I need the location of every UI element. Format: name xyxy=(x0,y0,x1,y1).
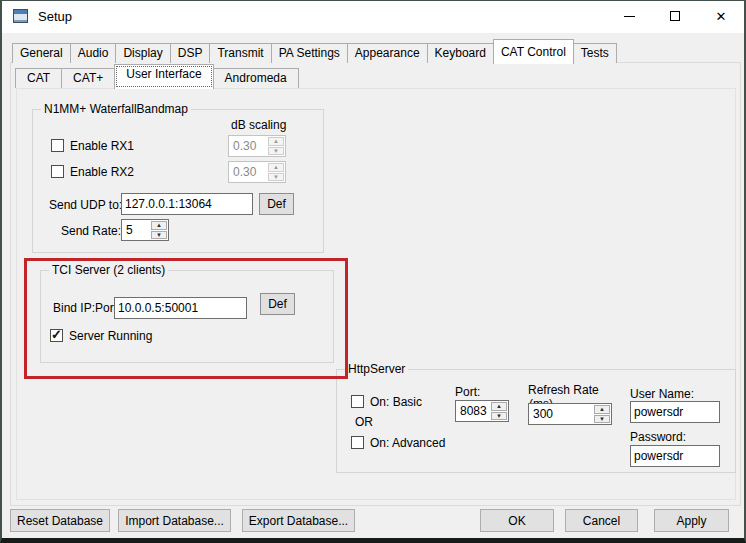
checkmark-icon: ✓ xyxy=(51,327,62,342)
window-title: Setup xyxy=(38,9,72,24)
tab-general[interactable]: General xyxy=(12,43,71,63)
http-group-title: HttpServer xyxy=(345,362,408,376)
spinner-down-icon[interactable]: ▼ xyxy=(594,415,610,424)
tab-tests[interactable]: Tests xyxy=(573,43,617,63)
close-button[interactable]: ✕ xyxy=(698,1,744,33)
spinner-down-icon: ▼ xyxy=(268,147,284,156)
on-advanced-label: On: Advanced xyxy=(370,436,445,450)
db-scaling-label: dB scaling xyxy=(231,118,286,132)
tab-andromeda[interactable]: Andromeda xyxy=(213,68,299,88)
tab-dsp[interactable]: DSP xyxy=(170,43,211,63)
spinner-up-icon[interactable]: ▲ xyxy=(594,405,610,414)
maximize-icon xyxy=(670,11,680,21)
setup-dialog: Setup ✕ General Audio Display DSP Transm… xyxy=(0,0,746,543)
close-icon: ✕ xyxy=(698,1,744,33)
minimize-icon xyxy=(624,16,635,17)
tab-display[interactable]: Display xyxy=(115,43,170,63)
tab-user-interface[interactable]: User Interface xyxy=(114,64,213,89)
bind-ip-port-label: Bind IP:Port xyxy=(53,301,117,315)
spinner-up-icon: ▲ xyxy=(268,163,284,172)
tab-cat[interactable]: CAT xyxy=(15,68,62,88)
minimize-button[interactable] xyxy=(606,1,652,33)
spinner-down-icon: ▼ xyxy=(268,173,284,182)
refresh-rate-spinner[interactable]: 300 ▲ ▼ xyxy=(528,403,612,425)
password-input[interactable] xyxy=(630,445,720,467)
send-udp-input[interactable] xyxy=(121,193,253,215)
on-basic-checkbox[interactable] xyxy=(351,395,364,408)
refresh-rate-label: Refresh Rate xyxy=(528,383,599,397)
tab-cat-plus[interactable]: CAT+ xyxy=(61,68,115,88)
tci-group-title: TCI Server (2 clients) xyxy=(49,263,168,277)
rx2-db-scale-spinner: 0.30 ▲ ▼ xyxy=(228,161,286,183)
app-icon xyxy=(13,9,28,23)
password-label: Password: xyxy=(630,430,686,444)
tab-cat-control[interactable]: CAT Control xyxy=(493,39,574,64)
server-running-label: Server Running xyxy=(69,329,152,343)
tab-appearance[interactable]: Appearance xyxy=(347,43,428,63)
spinner-down-icon[interactable]: ▼ xyxy=(151,231,167,240)
send-rate-spinner[interactable]: 5 ▲ ▼ xyxy=(121,219,169,241)
http-server-groupbox: HttpServer On: Basic OR On: Advanced Por… xyxy=(336,369,736,473)
port-spinner[interactable]: 8083 ▲ ▼ xyxy=(455,400,509,422)
on-basic-label: On: Basic xyxy=(370,395,422,409)
rx1-db-scale-spinner: 0.30 ▲ ▼ xyxy=(228,135,286,157)
enable-rx2-checkbox[interactable] xyxy=(51,165,64,178)
tci-def-button[interactable]: Def xyxy=(260,293,295,315)
send-rate-label: Send Rate: xyxy=(61,224,121,238)
apply-button[interactable]: Apply xyxy=(654,509,729,532)
or-label: OR xyxy=(355,415,373,429)
on-advanced-checkbox[interactable] xyxy=(351,436,364,449)
n1mm-groupbox: N1MM+ WaterfallBandmap dB scaling Enable… xyxy=(32,109,324,253)
spinner-up-icon[interactable]: ▲ xyxy=(491,402,507,411)
title-bar: Setup ✕ xyxy=(2,1,744,33)
enable-rx2-label: Enable RX2 xyxy=(70,165,134,179)
udp-def-button[interactable]: Def xyxy=(259,193,294,215)
user-name-label: User Name: xyxy=(630,387,694,401)
cancel-button[interactable]: Cancel xyxy=(565,509,638,532)
main-tab-strip: General Audio Display DSP Transmit PA Se… xyxy=(12,39,616,63)
bind-ip-port-input[interactable] xyxy=(114,297,247,319)
tci-groupbox: TCI Server (2 clients) Bind IP:Port Def … xyxy=(40,270,334,363)
enable-rx1-checkbox[interactable] xyxy=(51,139,64,152)
tab-keyboard[interactable]: Keyboard xyxy=(427,43,494,63)
send-udp-label: Send UDP to: xyxy=(49,198,122,212)
server-running-checkbox[interactable]: ✓ xyxy=(50,329,63,342)
n1mm-group-title: N1MM+ WaterfallBandmap xyxy=(41,102,191,116)
reset-database-button[interactable]: Reset Database xyxy=(10,509,110,532)
user-name-input[interactable] xyxy=(630,401,720,423)
maximize-button[interactable] xyxy=(652,1,698,33)
export-database-button[interactable]: Export Database... xyxy=(242,509,355,532)
enable-rx1-label: Enable RX1 xyxy=(70,139,134,153)
port-label: Port: xyxy=(455,385,480,399)
tab-pa-settings[interactable]: PA Settings xyxy=(271,43,348,63)
tab-audio[interactable]: Audio xyxy=(70,43,117,63)
tab-transmit[interactable]: Transmit xyxy=(209,43,271,63)
import-database-button[interactable]: Import Database... xyxy=(118,509,231,532)
cat-sub-tab-strip: CAT CAT+ User Interface Andromeda xyxy=(15,64,298,88)
spinner-up-icon: ▲ xyxy=(268,137,284,146)
ok-button[interactable]: OK xyxy=(480,509,554,532)
spinner-down-icon[interactable]: ▼ xyxy=(491,412,507,421)
spinner-up-icon[interactable]: ▲ xyxy=(151,221,167,230)
